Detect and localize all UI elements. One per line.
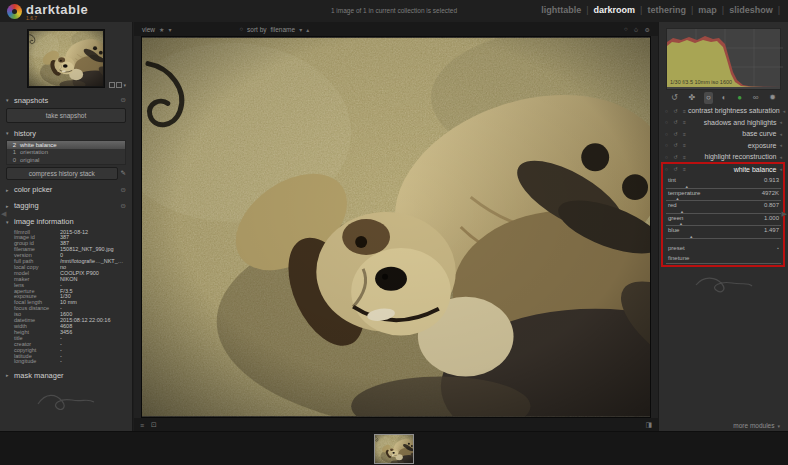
create-style-icon[interactable]: ✎ — [121, 169, 126, 177]
module-power-reset-presets-icons[interactable]: ○ ↺ ≡ — [665, 108, 688, 114]
snapshots-header[interactable]: ▾ snapshots ⊙ — [6, 94, 126, 106]
panel-flourish — [6, 390, 126, 410]
picker-icon[interactable]: ⊙ — [121, 96, 126, 104]
image-canvas[interactable] — [134, 36, 658, 418]
module-name[interactable]: base curve — [742, 130, 776, 137]
chevron-left-icon: ◂ — [779, 131, 782, 137]
star-icon[interactable]: ✩ — [634, 26, 639, 33]
history-item[interactable]: 1 orientation — [7, 149, 125, 157]
histogram-exif-overlay: 1/30 f/3.5 10mm iso 1600 — [670, 79, 732, 85]
info-row: longitude - — [14, 359, 126, 365]
wb-preset-combobox[interactable]: preset ▪ — [666, 243, 781, 253]
wb-slider[interactable]: temperature 4972K ▲ — [666, 189, 781, 202]
panel-flourish — [663, 273, 784, 293]
module-power-reset-presets-icons[interactable]: ○ ↺ ≡ — [665, 154, 688, 160]
slider-handle-icon[interactable]: ▲ — [689, 234, 693, 239]
collapse-left-panel-arrow[interactable]: ◀ — [1, 210, 6, 218]
module-header[interactable]: ○ ↺ ≡ highlight reconstruction ◂ — [663, 151, 784, 163]
chevron-down-icon[interactable]: ▾ — [299, 26, 302, 33]
module-power-reset-presets-icons[interactable]: ○ ↺ ≡ — [665, 166, 688, 172]
histogram[interactable]: 1/30 f/3.5 10mm iso 1600 — [666, 28, 781, 90]
more-modules-link[interactable]: more modules ▾ — [733, 422, 780, 429]
wb-slider-label: tint — [668, 177, 676, 188]
mode-link[interactable]: slideshow — [729, 5, 773, 15]
nav-zoom-dropdown[interactable]: ▾ — [109, 82, 126, 88]
filter-circle-icon[interactable]: ○ — [239, 26, 243, 32]
history-item[interactable]: 2 white balance — [7, 141, 125, 149]
module-list: ○ ↺ ≡ contrast brightness saturation ◂ ○… — [663, 105, 784, 163]
module-header[interactable]: ○ ↺ ≡ white balance ◂ — [663, 164, 784, 176]
gear-icon[interactable]: ⚙ — [645, 26, 650, 33]
wb-slider[interactable]: tint 0.913 ▲ — [666, 176, 781, 189]
module-name[interactable]: exposure — [748, 142, 777, 149]
module-name[interactable]: contrast brightness saturation — [688, 107, 780, 114]
photo-dog-on-carpet[interactable] — [141, 36, 651, 418]
history-header[interactable]: ▾ history — [6, 127, 126, 139]
overlay-circle-icon[interactable]: ○ — [624, 26, 628, 33]
history-item-number: 0 — [10, 157, 16, 163]
mode-link[interactable]: lighttable — [541, 5, 581, 15]
color-picker-header[interactable]: ▸ color picker ⊙ — [6, 184, 126, 196]
module-group-icon[interactable]: ✹ — [767, 92, 778, 104]
module-header[interactable]: ○ ↺ ≡ shadows and highlights ◂ — [663, 117, 784, 129]
white-balance-body: tint 0.913 ▲ temperature 4972K ▲ red 0.8… — [663, 175, 784, 243]
take-snapshot-button[interactable]: take snapshot — [6, 108, 126, 123]
module-power-reset-presets-icons[interactable]: ○ ↺ ≡ — [665, 142, 688, 148]
zoom-fit-icon[interactable]: ⊡ — [151, 421, 157, 429]
history-item-number: 2 — [10, 142, 16, 148]
mode-link[interactable]: darkroom — [594, 5, 636, 15]
filmstrip-thumbnail[interactable] — [374, 434, 414, 464]
wb-slider[interactable]: red 0.807 ▲ — [666, 201, 781, 214]
module-group-icon[interactable]: ◐ — [720, 92, 729, 104]
module-group-icon[interactable]: ∞ — [751, 92, 761, 104]
image-information-title: image information — [14, 217, 74, 226]
wb-slider-value: 1.000 — [764, 215, 779, 226]
mode-separator: | — [640, 5, 642, 15]
module-group-icon[interactable]: ✤ — [686, 92, 697, 104]
wb-slider-value: 1.497 — [764, 227, 779, 238]
navigation-thumbnail[interactable] — [27, 29, 105, 88]
color-picker-title: color picker — [14, 185, 52, 194]
picker-icon[interactable]: ⊙ — [121, 202, 126, 210]
module-name[interactable]: highlight reconstruction — [704, 153, 776, 160]
right-panel: 1/30 f/3.5 10mm iso 1600 ↺ ✤ ○ ◐ ● ∞ ✹ — [658, 22, 788, 432]
mask-manager-header[interactable]: ▸ mask manager — [6, 369, 126, 381]
compress-history-button[interactable]: compress history stack — [6, 167, 118, 180]
mode-link[interactable]: tethering — [647, 5, 686, 15]
module-group-icon[interactable]: ↺ — [669, 92, 680, 104]
module-power-reset-presets-icons[interactable]: ○ ↺ ≡ — [665, 131, 688, 137]
darktable-window: darktable 1.6.7 1 image of 1 in current … — [0, 0, 788, 465]
module-group-icon[interactable]: ○ — [704, 92, 713, 104]
module-header[interactable]: ○ ↺ ≡ base curve ◂ — [663, 128, 784, 140]
wb-slider[interactable]: blue 1.497 ▲ — [666, 226, 781, 239]
chevron-left-icon: ◂ — [779, 166, 782, 172]
chevron-down-icon: ▾ — [123, 82, 126, 88]
mode-separator: | — [778, 5, 780, 15]
module-name[interactable]: shadows and highlights — [704, 119, 777, 126]
list-icon[interactable]: ≡ — [140, 422, 144, 429]
picker-icon[interactable]: ⊙ — [121, 186, 126, 194]
chevron-down-icon[interactable]: ▾ — [168, 26, 171, 33]
tagging-header[interactable]: ▸ tagging ⊙ — [6, 200, 126, 212]
sort-by-value[interactable]: filename — [271, 26, 296, 33]
wb-slider[interactable]: green 1.000 ▲ — [666, 214, 781, 227]
rating-filter-star-icon[interactable]: ★ — [159, 26, 164, 33]
wb-finetune-combobox[interactable]: finetune — [666, 253, 781, 264]
module-power-reset-presets-icons[interactable]: ○ ↺ ≡ — [665, 119, 688, 125]
white-balance-title[interactable]: white balance — [734, 166, 777, 173]
sort-by-label: sort by — [247, 26, 267, 33]
mode-link[interactable]: map — [698, 5, 717, 15]
module-header[interactable]: ○ ↺ ≡ exposure ◂ — [663, 140, 784, 152]
wb-slider-label: blue — [668, 227, 679, 238]
chevron-down-icon: ▾ — [6, 97, 11, 103]
wb-slider-label: temperature — [668, 190, 700, 201]
sort-order-icon[interactable]: ▴ — [306, 26, 309, 33]
overexposure-icon[interactable]: ◨ — [645, 421, 652, 429]
collapse-right-panel-arrow[interactable]: ▶ — [782, 210, 787, 218]
history-item[interactable]: 0 original — [7, 156, 125, 164]
filmstrip — [0, 431, 788, 465]
module-header[interactable]: ○ ↺ ≡ contrast brightness saturation ◂ — [663, 105, 784, 117]
wb-finetune-label: finetune — [668, 255, 689, 261]
module-group-icon[interactable]: ● — [735, 92, 744, 104]
image-information-header[interactable]: ▾ image information — [6, 216, 126, 228]
